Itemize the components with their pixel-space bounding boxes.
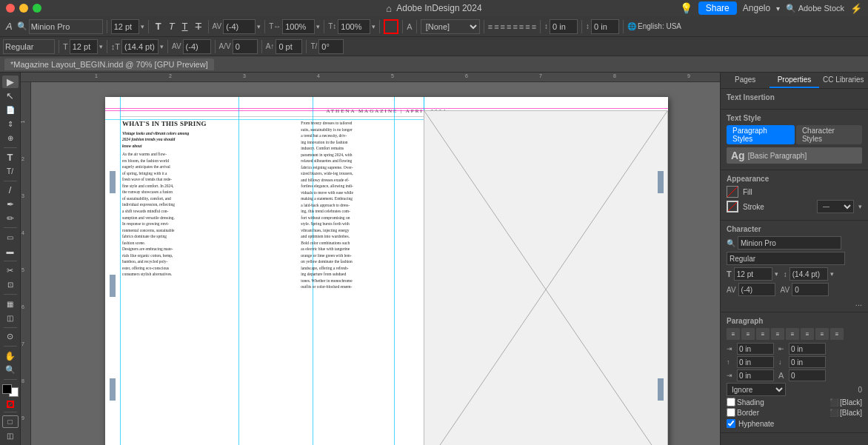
gap-tool[interactable]: ⇕ — [2, 118, 19, 130]
tracking-input[interactable] — [223, 19, 256, 34]
tab-properties[interactable]: Properties — [769, 73, 818, 88]
separator — [540, 20, 541, 33]
align-icon-4: ≡ — [525, 22, 530, 31]
app-home-icon[interactable]: ⌂ — [386, 3, 392, 14]
pencil-tool[interactable]: ✏ — [2, 212, 19, 224]
indent-right-input[interactable] — [789, 343, 826, 355]
fill-swatch[interactable] — [727, 186, 738, 198]
direct-select-tool[interactable]: ↖ — [2, 90, 19, 102]
color-swatches[interactable] — [2, 384, 19, 397]
document-tab[interactable]: *Magazine Layout_BEGIN.indd @ 70% [GPU P… — [4, 58, 214, 70]
page-tool[interactable]: 📄 — [2, 104, 19, 116]
frame-rect-tool[interactable]: ▭ — [2, 231, 19, 244]
free-transform-tool[interactable]: ⊡ — [2, 278, 19, 291]
border-checkbox[interactable] — [727, 408, 735, 417]
zoom-tool[interactable]: 🔍 — [2, 364, 19, 376]
bold-button[interactable]: T — [153, 20, 164, 33]
space-before-input[interactable] — [737, 356, 774, 368]
stroke-select[interactable]: — — [817, 200, 854, 213]
justify-icon: ≡ — [507, 22, 511, 31]
character-styles-tab[interactable]: Character Styles — [796, 125, 862, 144]
indent-input[interactable] — [550, 19, 578, 34]
close-button[interactable] — [6, 4, 15, 13]
char-font-style[interactable] — [727, 252, 845, 265]
ignore-select[interactable]: Ignore — [727, 383, 786, 396]
paragraph-styles-tab[interactable]: Paragraph Styles — [727, 125, 795, 144]
col1-heading: WHAT'S IN THIS SPRING — [122, 120, 293, 128]
align-left-btn[interactable]: ≡ — [727, 328, 740, 340]
char-tracking[interactable] — [738, 283, 775, 296]
justify-btn[interactable]: ≡ — [771, 328, 784, 340]
separator — [59, 40, 59, 53]
indent-right-input[interactable] — [591, 19, 619, 34]
drop-cap-input[interactable] — [789, 369, 826, 381]
char-leading[interactable] — [789, 267, 828, 281]
kerning-input[interactable] — [233, 39, 258, 54]
selection-tool[interactable]: ▶ — [2, 76, 19, 88]
scissors-tool[interactable]: ✂ — [2, 264, 19, 277]
indent-left-input[interactable] — [737, 343, 774, 355]
align-right-btn[interactable]: ≡ — [756, 328, 769, 340]
align-center-btn[interactable]: ≡ — [741, 328, 755, 340]
font-family-input[interactable] — [29, 19, 103, 34]
canvas[interactable]: ATHENA MAGAZINE | APRIL 2024 WHAT'S IN T… — [31, 82, 720, 445]
pen-tool[interactable]: ✒ — [2, 198, 19, 210]
fill-color-select[interactable]: [None] — [421, 19, 480, 34]
gradient-tool[interactable]: ▦ — [2, 298, 19, 310]
type-path-tool[interactable]: T/ — [2, 165, 19, 178]
align-right-icon: ≡ — [501, 22, 505, 31]
user-label[interactable]: Angelo — [743, 3, 770, 13]
justify-center-btn[interactable]: ≡ — [801, 328, 814, 340]
tab-label: *Magazine Layout_BEGIN.indd @ 70% [GPU P… — [10, 60, 208, 69]
scale-y-input[interactable] — [338, 19, 370, 34]
stroke-color-button[interactable] — [384, 19, 398, 34]
italic-button[interactable]: T — [166, 20, 178, 33]
space-after-input[interactable] — [789, 356, 826, 368]
content-collector-tool[interactable]: ⊕ — [2, 132, 19, 144]
strikethrough-button[interactable]: T̶ — [193, 20, 204, 33]
char-size[interactable] — [734, 267, 772, 281]
font-style-a-button[interactable]: A — [3, 20, 16, 33]
first-indent-input[interactable] — [737, 369, 774, 381]
font-size-input[interactable] — [111, 19, 139, 34]
basic-paragraph-style[interactable]: Ag [Basic Paragraph] — [727, 147, 862, 164]
hyphenate-checkbox[interactable] — [727, 419, 735, 428]
foreground-color-swatch[interactable] — [2, 384, 12, 394]
tool-separator — [4, 412, 17, 412]
style-select[interactable] — [3, 39, 55, 54]
size-input-2[interactable] — [70, 39, 98, 54]
ruler-mark-v: 7 — [21, 341, 24, 347]
shading-checkbox[interactable] — [727, 398, 735, 406]
hand-tool[interactable]: ✋ — [2, 349, 19, 362]
stroke-swatch[interactable] — [727, 201, 738, 213]
baseline-shift-input[interactable] — [276, 39, 302, 54]
underline-button[interactable]: T — [179, 20, 191, 33]
tab-cc-libraries[interactable]: CC Libraries — [819, 73, 868, 88]
leading-input-2[interactable] — [121, 39, 158, 54]
maximize-button[interactable] — [33, 4, 41, 13]
justify-all-btn[interactable]: ≡ — [830, 328, 844, 340]
separator — [264, 20, 265, 33]
tab-pages[interactable]: Pages — [721, 73, 769, 88]
gradient-feather-tool[interactable]: ◫ — [2, 312, 19, 324]
mode-button-2[interactable]: ◫ — [2, 429, 19, 442]
char-kerning[interactable] — [792, 283, 829, 296]
ruler-mark-v: 2 — [21, 156, 24, 161]
line-tool[interactable]: / — [2, 184, 19, 196]
tracking-input-2[interactable] — [183, 39, 211, 54]
minimize-button[interactable] — [19, 4, 28, 13]
char-font-family[interactable] — [738, 236, 841, 250]
text-column-1[interactable]: WHAT'S IN THIS SPRING Vintage looks and … — [118, 120, 297, 290]
eyedropper-tool[interactable]: ⊙ — [2, 330, 19, 343]
scale-x-input[interactable] — [282, 19, 315, 34]
rect-tool[interactable]: ▬ — [2, 245, 19, 258]
mode-button-1[interactable]: □ — [2, 415, 19, 428]
share-button[interactable]: Share — [698, 1, 737, 15]
type-tool[interactable]: T — [2, 151, 19, 164]
image-frame[interactable] — [424, 110, 668, 445]
ruler-mark-v: 1 — [21, 121, 25, 124]
justify-right-btn[interactable]: ≡ — [815, 328, 829, 340]
skew-input[interactable] — [318, 39, 344, 54]
char-more-button[interactable]: ... — [855, 298, 862, 307]
justify-left-btn[interactable]: ≡ — [786, 328, 799, 340]
